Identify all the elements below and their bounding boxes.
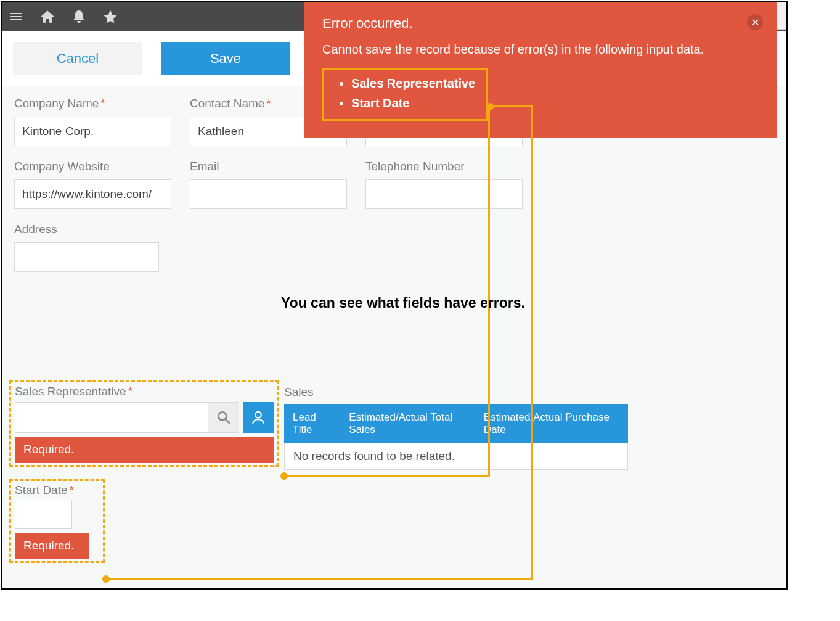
star-icon[interactable] — [102, 9, 118, 25]
label-email: Email — [190, 160, 347, 173]
close-icon[interactable]: ✕ — [747, 14, 763, 30]
form-content: Company Name* Contact Name* Company Webs… — [2, 86, 786, 588]
connector-line — [284, 475, 489, 477]
input-start-date[interactable] — [15, 500, 72, 529]
save-button[interactable]: Save — [161, 42, 290, 75]
connector-line — [488, 105, 490, 477]
svg-point-0 — [218, 412, 226, 420]
search-icon[interactable] — [208, 402, 239, 433]
col-lead-title: Lead Title — [293, 411, 333, 436]
bell-icon[interactable] — [71, 9, 87, 25]
user-icon[interactable] — [243, 402, 274, 433]
connector-dot — [486, 103, 494, 110]
error-message: Cannot save the record because of error(… — [322, 43, 758, 57]
cancel-button[interactable]: Cancel — [13, 42, 142, 75]
connector-line — [490, 105, 533, 107]
sales-empty-row: No records found to be related. — [284, 443, 628, 470]
svg-point-2 — [255, 412, 261, 418]
error-field-item: Start Date — [351, 93, 475, 113]
input-address[interactable] — [14, 242, 159, 272]
field-company-website: Company Website — [14, 160, 171, 209]
field-company-name: Company Name* — [14, 97, 171, 146]
svg-line-1 — [226, 419, 230, 424]
error-field-list-box: Sales Representative Start Date — [322, 68, 488, 121]
input-sales-rep[interactable] — [15, 402, 208, 433]
connector-line — [531, 105, 533, 580]
label-address: Address — [14, 223, 159, 236]
sales-table-header: Lead Title Estimated/Actual Total Sales … — [284, 404, 628, 443]
field-email: Email — [190, 160, 347, 209]
label-telephone: Telephone Number — [365, 160, 523, 173]
input-email[interactable] — [190, 179, 347, 209]
connector-line — [106, 578, 533, 580]
input-company-name[interactable] — [14, 117, 171, 146]
label-company-website: Company Website — [14, 160, 171, 173]
error-field-item: Sales Representative — [351, 73, 475, 93]
app-frame: ✕ Error occurred. Cannot save the record… — [1, 1, 788, 590]
label-start-date: Start Date* — [15, 483, 74, 496]
label-company-name: Company Name* — [14, 97, 171, 110]
field-address: Address — [14, 223, 159, 272]
col-est-total: Estimated/Actual Total Sales — [349, 411, 468, 436]
label-sales: Sales — [284, 385, 628, 399]
connector-dot — [280, 472, 288, 480]
error-banner: ✕ Error occurred. Cannot save the record… — [304, 2, 777, 138]
sales-related-box: Sales Lead Title Estimated/Actual Total … — [284, 385, 628, 470]
field-start-date-highlight: Start Date* Required. — [9, 479, 105, 563]
input-company-website[interactable] — [14, 179, 171, 209]
input-telephone[interactable] — [365, 179, 523, 209]
home-icon[interactable] — [39, 9, 55, 25]
connector-dot — [102, 575, 110, 583]
annotation-text: You can see what fields have errors. — [281, 295, 525, 311]
label-sales-rep: Sales Representative* — [15, 385, 133, 398]
error-title: Error occurred. — [322, 15, 758, 31]
field-sales-rep-highlight: Sales Representative* Required. — [9, 380, 279, 467]
error-sales-rep: Required. — [15, 437, 274, 463]
menu-icon[interactable] — [8, 9, 24, 25]
field-telephone: Telephone Number — [365, 160, 523, 209]
col-est-date: Estimated/Actual Purchase Date — [484, 411, 619, 436]
error-start-date: Required. — [15, 533, 89, 559]
